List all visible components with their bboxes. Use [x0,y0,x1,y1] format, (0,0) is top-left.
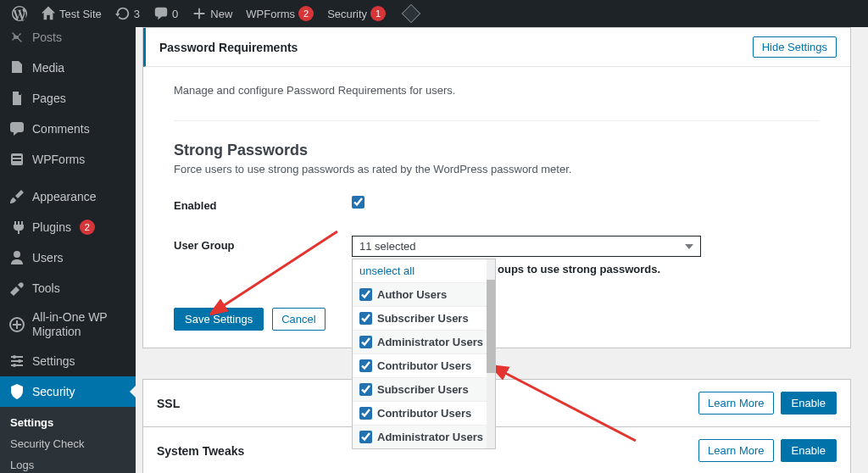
user-group-dropdown: unselect all Author Users Subscriber Use… [352,259,496,449]
wrench-icon [8,280,25,297]
save-button[interactable]: Save Settings [174,308,264,331]
enable-button[interactable]: Enable [781,392,837,415]
admin-bar: Test Site 3 0 New WPForms 2 Security 1 [0,0,868,27]
main-content: Password Requirements Hide Settings Mana… [136,27,868,473]
profile[interactable] [392,0,425,27]
panel-header: Password Requirements Hide Settings [143,28,850,67]
svg-point-3 [14,251,20,258]
svg-rect-2 [13,159,21,161]
sidebar-item-label: WPForms [32,153,85,166]
sidebar-item-settings[interactable]: Settings [0,346,136,376]
section-title: Strong Passwords [174,142,820,159]
svg-point-6 [18,359,21,363]
updates[interactable]: 3 [108,0,147,27]
page-icon [8,90,25,107]
module-title: SSL [157,397,180,410]
wpforms-badge: 2 [298,6,314,21]
wpforms-label: WPForms [246,8,295,20]
updates-count: 3 [134,8,140,20]
sidebar-item-label: Users [32,251,64,264]
user-group-select[interactable]: 11 selected [352,236,701,257]
enable-button[interactable]: Enable [781,439,837,462]
sliders-icon [8,353,25,370]
migration-icon [8,316,25,333]
svg-point-7 [13,364,16,367]
enabled-label: Enabled [174,196,352,212]
brush-icon [8,188,25,205]
module-ssl: SSL Learn More Enable [142,379,851,427]
site-name[interactable]: Test Site [34,0,108,27]
sidebar-item-label: Plugins [32,220,71,234]
home-icon [41,6,56,21]
option-author[interactable]: Author Users [353,282,495,306]
sidebar-item-security[interactable]: Security [0,376,136,407]
refresh-icon [115,6,131,21]
security-bar[interactable]: Security 1 [320,0,392,27]
panel-password-requirements: Password Requirements Hide Settings Mana… [142,27,851,348]
section-subtitle: Force users to use strong passwords as r… [174,163,820,175]
panel-description: Manage and configure Password Requiremen… [174,84,820,97]
new-content[interactable]: New [185,0,239,27]
sidebar-item-posts[interactable]: Posts [0,27,136,53]
sidebar-item-label: Pages [32,92,66,105]
cancel-button[interactable]: Cancel [272,308,325,331]
plugins-badge: 2 [80,220,95,235]
security-bar-label: Security [327,8,367,20]
sidebar-item-wpforms[interactable]: WPForms [0,144,136,175]
sidebar-item-pages[interactable]: Pages [0,83,136,114]
new-label: New [210,8,232,20]
sidebar-item-aiowp[interactable]: All-in-One WP Migration [0,303,136,346]
dropdown-scroll-thumb[interactable] [487,280,495,373]
security-submenu: Settings Security Check Logs Go Pro [0,407,136,473]
user-icon [8,249,25,266]
sidebar-item-users[interactable]: Users [0,242,136,273]
option-contributor-2[interactable]: Contributor Users [353,401,495,425]
media-icon [8,59,25,76]
wp-logo[interactable] [5,0,34,27]
sidebar-item-comments[interactable]: Comments [0,114,136,144]
select-summary: 11 selected [359,240,416,253]
sidebar-item-label: Security [32,385,75,398]
sidebar-item-media[interactable]: Media [0,53,136,83]
security-bar-badge: 1 [370,6,386,21]
sidebar-item-appearance[interactable]: Appearance [0,181,136,212]
submenu-settings[interactable]: Settings [0,412,136,433]
comment-icon [153,6,169,21]
plug-icon [8,219,25,236]
svg-point-5 [13,355,16,359]
submenu-logs[interactable]: Logs [0,454,136,473]
hide-settings-button[interactable]: Hide Settings [753,36,837,58]
unselect-all[interactable]: unselect all [353,259,495,282]
user-group-label: User Group [174,236,352,252]
option-administrator-2[interactable]: Administrator Users [353,425,495,448]
learn-more-button[interactable]: Learn More [698,392,773,415]
option-subscriber[interactable]: Subscriber Users [353,306,495,330]
plus-icon [192,6,207,21]
form-icon [8,151,25,168]
user-group-help: oups to use strong passwords. [498,263,660,275]
sidebar-item-label: Posts [32,31,62,44]
chevron-down-icon [685,244,693,249]
sidebar-item-label: Appearance [32,190,97,203]
option-administrator[interactable]: Administrator Users [353,330,495,353]
svg-rect-1 [13,156,21,158]
option-subscriber-2[interactable]: Subscriber Users [353,377,495,401]
submenu-security-check[interactable]: Security Check [0,433,136,454]
comment-icon [8,120,25,137]
sidebar-item-label: Tools [32,281,60,295]
sidebar-item-plugins[interactable]: Plugins 2 [0,212,136,242]
sidebar-item-label: Comments [32,122,90,136]
sidebar-item-tools[interactable]: Tools [0,273,136,303]
site-name-label: Test Site [59,8,102,20]
panel-body: Manage and configure Password Requiremen… [143,67,850,348]
wpforms[interactable]: WPForms 2 [239,0,320,27]
sidebar-item-label: Settings [32,354,75,368]
comments[interactable]: 0 [147,0,185,27]
module-system-tweaks: System Tweaks Learn More Enable [142,427,851,473]
row-enabled: Enabled [174,196,820,212]
diamond-icon [402,4,421,24]
enabled-checkbox[interactable] [352,196,364,209]
learn-more-button[interactable]: Learn More [698,439,773,462]
option-contributor[interactable]: Contributor Users [353,353,495,377]
pin-icon [8,29,25,46]
